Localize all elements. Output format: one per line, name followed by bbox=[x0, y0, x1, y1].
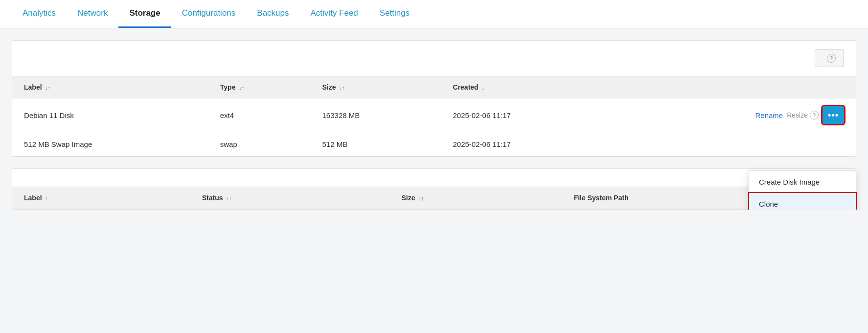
tab-settings[interactable]: Settings bbox=[369, 0, 420, 28]
tab-activity-feed[interactable]: Activity Feed bbox=[300, 0, 369, 28]
col-created[interactable]: Created ↓ bbox=[441, 76, 616, 98]
disks-table-body: Debian 11 Disk ext4 163328 MB 2025-02-06… bbox=[12, 98, 856, 157]
col-size[interactable]: Size ↓↑ bbox=[311, 76, 441, 98]
table-row: 512 MB Swap Image swap 512 MB 2025-02-06… bbox=[12, 132, 856, 157]
tab-configurations[interactable]: Configurations bbox=[171, 0, 247, 28]
disk-size-0: 163328 MB bbox=[311, 98, 441, 132]
more-options-button[interactable]: ••• bbox=[822, 106, 844, 124]
tab-storage[interactable]: Storage bbox=[118, 0, 171, 28]
dropdown-item-create-disk-image[interactable]: Create Disk Image bbox=[749, 171, 856, 193]
table-row: Debian 11 Disk ext4 163328 MB 2025-02-06… bbox=[12, 98, 856, 132]
clone-label: Clone bbox=[759, 200, 778, 208]
disks-section: ? Label ↓↑ Type ↓↑ Size ↓↑ Created ↓ Deb… bbox=[12, 40, 856, 157]
disk-created-0: 2025-02-06 11:17 bbox=[441, 98, 616, 132]
tab-backups[interactable]: Backups bbox=[246, 0, 299, 28]
volumes-table-header: Label ↑ Status ↓↑ Size ↓↑ File System Pa… bbox=[12, 187, 856, 209]
col-label[interactable]: Label ↓↑ bbox=[12, 76, 208, 98]
col-actions bbox=[616, 76, 856, 98]
type-sort-icon: ↓↑ bbox=[239, 85, 244, 91]
disk-type-0: ext4 bbox=[208, 98, 311, 132]
disks-section-header: ? bbox=[12, 41, 856, 76]
vol-size-sort-icon: ↓↑ bbox=[418, 195, 424, 201]
label-sort-icon: ↓↑ bbox=[45, 85, 50, 91]
vol-status-sort-icon: ↓↑ bbox=[226, 195, 231, 201]
disk-size-1: 512 MB bbox=[311, 132, 441, 157]
vol-label-sort-icon: ↑ bbox=[45, 195, 48, 201]
disk-label-1: 512 MB Swap Image bbox=[12, 132, 208, 157]
disks-table: Label ↓↑ Type ↓↑ Size ↓↑ Created ↓ Debia… bbox=[12, 76, 856, 156]
size-sort-icon: ↓↑ bbox=[339, 85, 344, 91]
resize-button-0[interactable]: Resize ? bbox=[787, 111, 819, 119]
add-disk-button[interactable]: ? bbox=[815, 49, 844, 67]
dropdown-item-clone[interactable]: Clone bbox=[749, 193, 856, 210]
tab-network[interactable]: Network bbox=[67, 0, 118, 28]
create-disk-image-label: Create Disk Image bbox=[759, 178, 820, 186]
resize-help-icon[interactable]: ? bbox=[810, 111, 819, 119]
tab-bar: AnalyticsNetworkStorageConfigurationsBac… bbox=[0, 0, 868, 28]
vol-col-label[interactable]: Label ↑ bbox=[12, 187, 190, 209]
vol-col-status[interactable]: Status ↓↑ bbox=[190, 187, 390, 209]
created-sort-icon: ↓ bbox=[482, 85, 485, 91]
disk-created-1: 2025-02-06 11:17 bbox=[441, 132, 616, 157]
volumes-section-header bbox=[12, 169, 856, 187]
vol-col-size[interactable]: Size ↓↑ bbox=[389, 187, 562, 209]
disk-actions-0: Rename Resize ? ••• bbox=[616, 98, 856, 132]
disk-label-0: Debian 11 Disk bbox=[12, 98, 208, 132]
tab-analytics[interactable]: Analytics bbox=[12, 0, 67, 28]
volumes-section: Label ↑ Status ↓↑ Size ↓↑ File System Pa… bbox=[12, 168, 856, 210]
dropdown-menu: Create Disk ImageCloneDelete? bbox=[749, 170, 856, 210]
disk-actions-1 bbox=[616, 132, 856, 157]
volumes-table: Label ↑ Status ↓↑ Size ↓↑ File System Pa… bbox=[12, 187, 856, 209]
main-content: ? Label ↓↑ Type ↓↑ Size ↓↑ Created ↓ Deb… bbox=[0, 28, 868, 210]
rename-link-0[interactable]: Rename bbox=[755, 111, 783, 119]
disk-type-1: swap bbox=[208, 132, 311, 157]
add-disk-help-icon[interactable]: ? bbox=[827, 54, 836, 63]
col-type[interactable]: Type ↓↑ bbox=[208, 76, 311, 98]
disks-table-header: Label ↓↑ Type ↓↑ Size ↓↑ Created ↓ bbox=[12, 76, 856, 98]
